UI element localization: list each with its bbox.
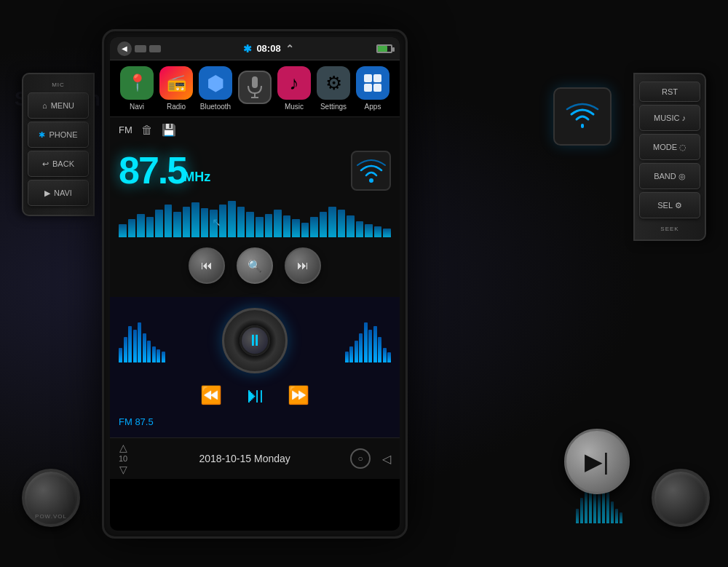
big-play-button[interactable]: ▶|	[564, 429, 630, 494]
bluetooth-status-icon: ✱	[243, 43, 252, 55]
fm-band-label[interactable]: FM	[119, 124, 132, 135]
home-icon: ⌂	[42, 101, 47, 110]
delete-preset-button[interactable]: 🗑	[141, 124, 153, 137]
wifi-signal-box	[351, 151, 391, 191]
back-arrow-icon: ↩	[42, 159, 49, 169]
search-icon: 🔍	[248, 259, 262, 273]
date-time-display: 2018-10-15 Monday	[139, 453, 350, 464]
wifi-box-right	[553, 87, 612, 146]
radio-screen: FM 🗑 💾 87.5 MHz	[110, 117, 400, 297]
skip-forward-button[interactable]: ⏭	[285, 247, 321, 284]
navi-label: NAVI	[54, 189, 72, 197]
seek-label: SEEK	[635, 224, 705, 234]
status-left: ◀	[117, 41, 161, 56]
frequency-display: 87.5 MHz	[119, 143, 391, 198]
svg-rect-5	[364, 84, 372, 92]
phone-label: PHONE	[49, 130, 77, 139]
navi-app-icon: 📍	[120, 66, 154, 100]
app-radio[interactable]: 📻 Radio	[159, 66, 193, 111]
radio-controls: ⏮ 🔍 ⏭	[119, 240, 391, 291]
rst-button[interactable]: RST	[639, 82, 700, 102]
big-next-icon: ▶|	[585, 448, 609, 475]
vinyl-play-pause-icon: ⏸	[247, 331, 263, 350]
music-player-area: ⏸	[119, 304, 391, 377]
sel-label: SEL ⚙	[657, 201, 681, 210]
rewind-button[interactable]: ⏪	[200, 385, 222, 405]
fm-station-label: FM 87.5	[119, 413, 391, 430]
svg-rect-6	[373, 84, 381, 92]
battery-icon	[376, 44, 392, 53]
skip-back-button[interactable]: ⏮	[189, 247, 225, 284]
status-center: ✱ 08:08 ⌃	[243, 43, 293, 55]
radio-top-bar: FM 🗑 💾	[119, 123, 391, 137]
bluetooth-app-label: Bluetooth	[200, 103, 231, 111]
home-circle-button[interactable]: ○	[350, 448, 371, 469]
notification-icon1	[135, 45, 146, 52]
back-button[interactable]: ↩ BACK	[28, 151, 89, 177]
eq-right	[345, 319, 392, 362]
app-music[interactable]: ♪ Music	[277, 66, 311, 111]
play-pause-button[interactable]: ⏯	[244, 383, 266, 408]
microphone-app-icon	[238, 71, 272, 104]
channel-control: △ 10 ▽	[119, 443, 127, 475]
notification-icon2	[149, 45, 161, 52]
channel-up-button[interactable]: △	[119, 443, 127, 453]
screen: ◀ ✱ 08:08 ⌃ 📍 Navi	[110, 37, 400, 531]
back-triangle-button[interactable]: ◁	[382, 452, 391, 466]
phone-button[interactable]: ✱ PHONE	[28, 122, 89, 148]
apps-app-icon	[356, 66, 389, 100]
knob-label: POW.VOL	[35, 513, 67, 520]
music-panel: ⏸ ⏪	[110, 297, 400, 437]
battery-fill	[378, 46, 387, 52]
music-app-label: Music	[285, 103, 304, 111]
music-panel-label: MUSIC ♪	[654, 114, 686, 122]
vinyl-center: ⏸	[242, 328, 268, 354]
back-triangle-icon: ◁	[382, 453, 391, 465]
frequency-value-group: 87.5 MHz	[119, 148, 210, 192]
frequency-unit: MHz	[183, 170, 210, 185]
navi-app-label: Navi	[130, 103, 144, 111]
settings-app-label: Settings	[320, 103, 347, 111]
app-navi[interactable]: 📍 Navi	[120, 66, 154, 111]
band-button[interactable]: BAND ◎	[639, 163, 700, 189]
bluetooth-small-icon: ✱	[39, 130, 45, 140]
app-microphone[interactable]	[238, 71, 272, 107]
frequency-number: 87.5	[119, 148, 186, 192]
app-grid: 📍 Navi 📻 Radio ⬢ Bluetooth	[110, 60, 400, 117]
apps-app-label: Apps	[365, 103, 381, 111]
back-label: BACK	[52, 159, 74, 168]
bluetooth-app-icon: ⬢	[199, 66, 232, 100]
navi-button[interactable]: ▶ NAVI	[28, 180, 89, 206]
expand-icon: ⌃	[285, 43, 294, 55]
equalizer-bars	[119, 201, 391, 237]
menu-button[interactable]: ⌂ MENU	[28, 92, 89, 119]
right-panel: RST MUSIC ♪ MODE ◌ BAND ◎ SEL ⚙ SEEK	[633, 73, 706, 241]
fast-forward-button[interactable]: ⏩	[288, 385, 309, 405]
main-unit: ◀ ✱ 08:08 ⌃ 📍 Navi	[102, 29, 408, 539]
bottom-bar: △ 10 ▽ 2018-10-15 Monday ○ ◁	[110, 437, 400, 479]
music-app-icon: ♪	[277, 66, 311, 100]
skip-forward-icon: ⏭	[297, 259, 309, 272]
seek-knob[interactable]	[652, 469, 710, 527]
search-button[interactable]: 🔍	[237, 247, 273, 284]
app-apps[interactable]: Apps	[356, 66, 389, 111]
channel-down-button[interactable]: ▽	[119, 464, 127, 475]
circle-icon: ○	[357, 453, 363, 464]
app-settings[interactable]: ⚙ Settings	[317, 66, 350, 111]
status-bar: ◀ ✱ 08:08 ⌃	[110, 37, 400, 60]
app-bluetooth[interactable]: ⬢ Bluetooth	[199, 66, 232, 111]
vinyl-disc: ⏸	[222, 308, 288, 373]
mode-button[interactable]: MODE ◌	[639, 134, 700, 160]
mode-label: MODE ◌	[653, 143, 687, 152]
mic-label: MIC	[23, 80, 93, 90]
status-right	[376, 44, 392, 53]
band-label: BAND ◎	[654, 172, 686, 181]
svg-rect-3	[364, 74, 372, 82]
eq-left	[119, 319, 165, 362]
sel-button[interactable]: SEL ⚙	[639, 192, 700, 218]
volume-icon: ◀	[117, 41, 132, 56]
power-volume-knob[interactable]: POW.VOL	[22, 469, 80, 527]
save-preset-button[interactable]: 💾	[162, 123, 176, 137]
music-button[interactable]: MUSIC ♪	[639, 105, 700, 131]
channel-number: 10	[119, 454, 127, 463]
